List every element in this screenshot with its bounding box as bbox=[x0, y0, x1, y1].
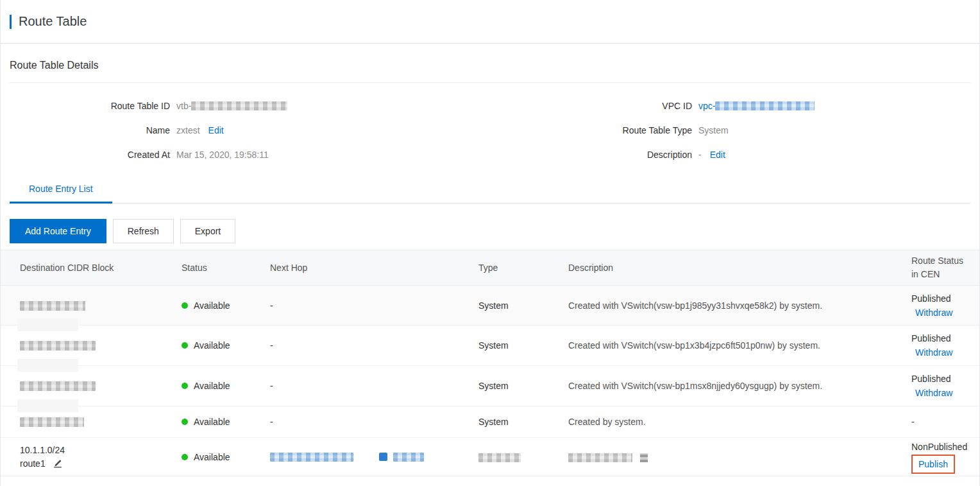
table-row: Available - System Created by system. - bbox=[1, 406, 979, 438]
next-hop-cell: - bbox=[270, 417, 478, 427]
detail-created-at: Created At Mar 15, 2020, 19:58:11 bbox=[1, 148, 479, 161]
description-cell: Created with VSwitch(vsw-bp1x3b4jzpc6ft5… bbox=[568, 340, 911, 351]
type-cell: System bbox=[478, 381, 568, 391]
next-hop-cell: - bbox=[270, 340, 478, 351]
route-table-type-value: System bbox=[698, 124, 729, 137]
details-right-column: VPC ID vpc- Route Table Type System Desc… bbox=[479, 100, 979, 173]
column-header-type: Type bbox=[478, 263, 568, 273]
edit-route-name-icon[interactable] bbox=[53, 459, 62, 468]
withdraw-link[interactable]: Withdraw bbox=[915, 308, 952, 318]
detail-description: Description - Edit bbox=[479, 148, 979, 161]
description-redacted bbox=[568, 453, 632, 462]
created-at-label: Created At bbox=[1, 148, 170, 161]
detail-name: Name zxtest Edit bbox=[1, 124, 479, 137]
description-label: Description bbox=[479, 148, 692, 161]
tab-route-entry-list[interactable]: Route Entry List bbox=[10, 184, 112, 204]
vpc-id-redacted[interactable] bbox=[715, 101, 815, 110]
cidr-redacted bbox=[20, 341, 96, 351]
edit-description-redacted-icon bbox=[640, 453, 648, 462]
next-hop-redacted-link[interactable] bbox=[270, 453, 353, 462]
detail-route-table-type: Route Table Type System bbox=[479, 124, 979, 137]
instance-icon bbox=[379, 453, 387, 461]
created-at-value: Mar 15, 2020, 19:58:11 bbox=[176, 148, 269, 161]
cen-status-text: Published bbox=[911, 331, 969, 345]
next-hop-cell: - bbox=[270, 300, 478, 311]
table-row: Available - System Created with VSwitch(… bbox=[1, 366, 979, 406]
cidr-redacted bbox=[20, 417, 84, 427]
type-cell: System bbox=[478, 340, 568, 351]
add-route-entry-button[interactable]: Add Route Entry bbox=[10, 219, 106, 243]
cen-status-text: Published bbox=[911, 291, 969, 306]
status-available-icon bbox=[182, 383, 188, 389]
status-available-icon bbox=[182, 302, 188, 309]
cen-status-text: NonPublished bbox=[911, 440, 969, 454]
status-text: Available bbox=[194, 381, 230, 391]
vpc-id-link[interactable]: vpc- bbox=[698, 100, 715, 112]
route-table-id-redacted bbox=[191, 101, 287, 110]
cidr-text: 10.1.1.0/24 bbox=[20, 444, 182, 457]
publish-highlight-box: Publish bbox=[911, 455, 955, 474]
route-name-text: route1 bbox=[20, 457, 46, 471]
table-row: Available - System Created with VSwitch(… bbox=[1, 325, 979, 366]
status-text: Available bbox=[194, 340, 230, 351]
refresh-button[interactable]: Refresh bbox=[113, 219, 174, 243]
route-table-type-label: Route Table Type bbox=[479, 124, 692, 137]
column-header-cidr: Destination CIDR Block bbox=[20, 263, 182, 273]
column-header-cen-status: Route Status in CEN bbox=[911, 254, 969, 281]
status-available-icon bbox=[182, 454, 188, 460]
detail-vpc-id: VPC ID vpc- bbox=[479, 100, 979, 112]
name-value: zxtest bbox=[176, 124, 200, 137]
status-available-icon bbox=[182, 419, 188, 425]
description-cell: Created with VSwitch(vsw-bp1msx8njjedy60… bbox=[568, 381, 911, 391]
vpc-id-label: VPC ID bbox=[479, 100, 692, 112]
page-header: Route Table bbox=[1, 0, 979, 44]
toolbar: Add Route Entry Refresh Export bbox=[10, 219, 970, 243]
type-redacted bbox=[478, 453, 521, 462]
edit-description-link[interactable]: Edit bbox=[710, 148, 725, 161]
status-text: Available bbox=[194, 417, 230, 427]
status-text: Available bbox=[194, 452, 230, 462]
type-cell: System bbox=[478, 417, 568, 427]
route-entry-table: Destination CIDR Block Status Next Hop T… bbox=[1, 250, 979, 476]
type-cell: System bbox=[478, 300, 568, 311]
cidr-redacted bbox=[20, 381, 96, 391]
status-available-icon bbox=[182, 342, 188, 349]
description-value: - bbox=[698, 148, 702, 161]
column-header-next-hop: Next Hop bbox=[270, 263, 478, 273]
description-cell: Created with VSwitch(vsw-bp1j985yy31shvx… bbox=[568, 300, 911, 311]
route-table-details-section: Route Table Details Route Table ID vtb- … bbox=[1, 44, 979, 173]
edit-name-link[interactable]: Edit bbox=[208, 124, 224, 137]
name-label: Name bbox=[1, 124, 170, 137]
title-accent-bar bbox=[10, 15, 12, 29]
publish-link[interactable]: Publish bbox=[918, 459, 948, 469]
table-header-row: Destination CIDR Block Status Next Hop T… bbox=[1, 250, 979, 286]
cidr-redacted bbox=[20, 301, 85, 311]
detail-route-table-id: Route Table ID vtb- bbox=[1, 100, 479, 112]
route-table-id-prefix: vtb- bbox=[176, 100, 191, 112]
cen-status-text: Published bbox=[911, 372, 969, 386]
description-cell: Created by system. bbox=[568, 417, 911, 427]
details-heading: Route Table Details bbox=[1, 44, 979, 82]
table-row: 10.1.1.0/24 route1 Available bbox=[1, 438, 979, 476]
next-hop-instance-redacted-link[interactable] bbox=[393, 453, 424, 462]
export-button[interactable]: Export bbox=[180, 219, 235, 243]
cen-status-text: - bbox=[911, 415, 969, 429]
column-header-status: Status bbox=[182, 263, 270, 273]
route-table-id-label: Route Table ID bbox=[1, 100, 170, 112]
next-hop-cell: - bbox=[270, 381, 478, 391]
details-left-column: Route Table ID vtb- Name zxtest Edit Cre… bbox=[1, 100, 479, 173]
column-header-description: Description bbox=[568, 263, 911, 273]
tab-bar: Route Entry List bbox=[10, 178, 970, 204]
withdraw-link[interactable]: Withdraw bbox=[915, 388, 952, 398]
table-row: Available - System Created with VSwitch(… bbox=[1, 286, 979, 325]
withdraw-link[interactable]: Withdraw bbox=[915, 347, 952, 358]
page-title: Route Table bbox=[19, 14, 87, 29]
status-text: Available bbox=[194, 300, 230, 311]
